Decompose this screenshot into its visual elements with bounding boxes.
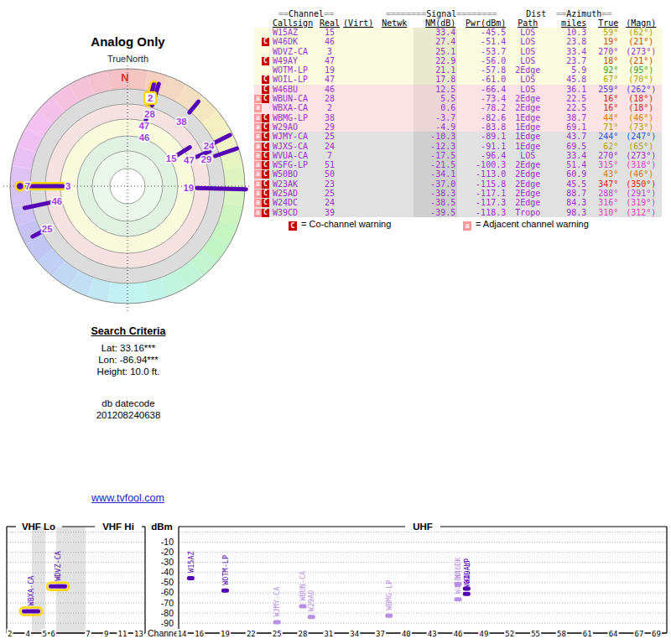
channel-real: 15 [318,28,341,37]
network [375,208,414,217]
co-channel-flag: C [262,180,269,189]
tvfool-link[interactable]: www.tvfool.com [91,492,164,504]
azimuth-magn: (318°) [620,160,662,169]
azimuth-magn: (65°) [620,142,662,151]
channel-real: 46 [318,85,341,94]
nm-db: 12.5 [414,85,457,94]
true-north-label: TrueNorth [0,54,256,64]
nm-db: -10.3 [414,132,457,141]
x-tick-label: 7 [86,630,90,638]
azimuth-magn: (95°) [620,65,662,75]
distance-miles: 69.5 [548,142,588,151]
table-row: aCW39CD39-39.5-118.3Tropo98.3310°(312°) [254,208,662,217]
distance-miles: 33.4 [548,47,588,56]
table-header-cell: Real [318,18,341,28]
azimuth-magn: (291°) [620,189,662,198]
pwr-dbm: -89.1 [457,132,507,141]
distance-miles: 22.5 [548,94,588,103]
nm-db: 25.1 [414,47,457,56]
channel-real: 24 [318,198,341,207]
distance-miles: 51.4 [548,160,588,169]
spectrum-marker-label: WOTM-LP [221,555,230,585]
azimuth-magn: (18°) [620,103,662,112]
callsign: W25AD [271,189,318,198]
radar-marker [197,188,247,190]
callsign: WSFG-LP [271,160,318,169]
azimuth-color-ring [127,282,148,304]
callsign: WDVZ-CA [271,47,318,56]
channel-real: 7 [318,151,341,160]
path: 2Edge [507,103,548,112]
nm-db: -21.5 [414,160,457,169]
channel-virt [341,122,375,132]
x-tick-label: 46 [454,630,463,638]
channel-virt [341,75,375,84]
x-tick-label: 14 [178,630,187,638]
db-datecode: db datecode 201208240638 [48,397,209,421]
adjacent-channel-flag: a [254,104,262,112]
network [375,94,414,103]
pwr-dbm: -115.8 [457,179,507,189]
pwr-dbm: -113.0 [457,169,507,179]
co-channel-flag: C [262,170,269,179]
channel-real: 24 [318,142,341,151]
azimuth-true: 67° [588,75,620,84]
nm-db: 17.8 [414,75,457,84]
spectrum-marker-label: W29AO [308,590,316,612]
azimuth-true: 270° [588,47,620,56]
spectrum-marker [221,589,229,593]
co-channel-flag: C [262,114,269,122]
azimuth-radar-chart: N2284746381524472919374625 [2,64,253,315]
pwr-dbm: -91.1 [457,142,507,151]
azimuth-magn: (350°) [620,179,662,189]
azimuth-magn: (319°) [620,198,662,207]
y-tick-label: -10 [161,537,174,547]
radar-channel-label: 28 [144,109,155,119]
channel-real: 23 [318,179,341,189]
channel-real: 25 [318,189,341,198]
nm-db: 21.1 [414,65,457,75]
spectrum-marker [273,621,281,625]
distance-miles: 23.8 [548,37,588,46]
station-table-wrap: ==Channel==========Signal========Dist==A… [254,9,662,217]
table-row: CWOIL-LP4717.8-61.0LOS45.867°(70°) [254,75,662,84]
table-row: aCW29AO29-4.9-83.81Edge69.171°(73°) [254,122,662,132]
x-tick-label: 19 [221,630,230,638]
pwr-dbm: -73.4 [457,94,507,103]
spectrum-marker-label: WOIL-LP [463,558,471,589]
nm-db: -12.3 [414,142,457,151]
pwr-dbm: -117.3 [457,198,507,207]
network [375,169,414,179]
path: 1Edge [507,142,548,151]
path: 2Edge [507,179,548,189]
azimuth-magn: (46°) [620,169,662,179]
table-row: aCWVUA-CA7-17.5-96.4LOS33.4270°(273°) [254,151,662,160]
x-tick-label: 67 [635,630,644,638]
adjacent-channel-flag: a [254,132,262,141]
channel-virt [341,113,375,122]
channel-real: 39 [318,208,341,217]
callsign: WBMG-LP [271,113,318,122]
azimuth-magn: (73°) [620,122,662,132]
table-header-group [254,9,271,18]
co-channel-flag: C [262,143,269,151]
distance-miles: 33.4 [548,151,588,160]
channel-real: 47 [318,56,341,65]
co-channel-flag: C [262,199,269,207]
channel-virt [341,37,375,46]
channel-virt [341,103,375,112]
azimuth-magn: (21°) [620,37,662,46]
callsign: W50BO [271,169,318,179]
co-channel-flag: C [262,38,269,46]
path: LOS [507,75,548,84]
channel-real: 46 [318,37,341,46]
azimuth-magn: (46°) [620,113,662,122]
pwr-dbm: -117.1 [457,189,507,198]
table-header-group: ==Azimuth== [548,9,620,18]
path: 2Edge [507,198,548,207]
channel-real: 47 [318,75,341,84]
azimuth-true: 44° [588,113,620,122]
spectrum-marker-label: WBUN-CA [299,571,307,601]
azimuth-magn: (18°) [620,94,662,103]
spectrum-marker-label: WJMY-CA [273,587,281,617]
